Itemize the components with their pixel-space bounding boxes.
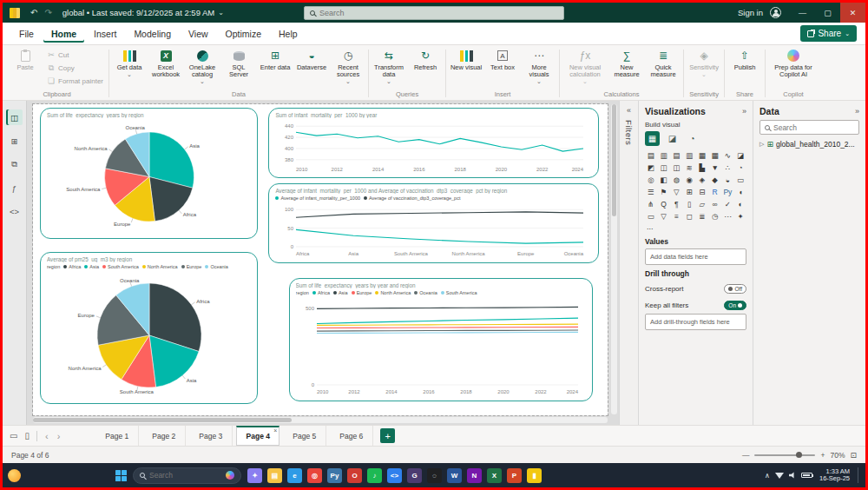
kpi-visual-icon[interactable]: ⚑ xyxy=(658,186,670,197)
metrics-visual-icon[interactable]: ✓ xyxy=(722,198,734,209)
title-caret-icon[interactable]: ⌄ xyxy=(218,9,224,17)
custom-visual-visual-icon[interactable]: ✦ xyxy=(734,210,746,222)
recent-sources-button[interactable]: ◷ Recent sources ⌄ xyxy=(331,47,365,87)
start-button[interactable] xyxy=(115,470,127,481)
add-page-button[interactable]: + xyxy=(380,428,395,443)
python-visual-visual-icon[interactable]: Py xyxy=(722,186,734,197)
report-canvas[interactable]: Sum of life_expectancy_years by region A… xyxy=(27,101,619,425)
chatgpt-icon[interactable]: ◌ xyxy=(427,468,442,483)
battery-icon[interactable] xyxy=(801,473,812,479)
menu-optimize[interactable]: Optimize xyxy=(218,25,269,43)
shape-map-visual-icon[interactable]: ◈ xyxy=(696,174,708,185)
copy-button[interactable]: ⧉Copy xyxy=(44,62,106,74)
power-apps-visual-icon[interactable]: ▱ xyxy=(696,198,708,209)
spotify-icon[interactable]: ♪ xyxy=(367,468,382,483)
copilot-icon[interactable]: ✦ xyxy=(247,468,262,483)
r-script-visual-visual-icon[interactable]: R xyxy=(709,186,721,197)
line-chart-life-expectancy-by-year-region[interactable]: Sum of life_expectancy_years by year and… xyxy=(289,278,594,401)
zoom-slider[interactable] xyxy=(754,454,815,456)
q-and-a-visual-icon[interactable]: Q xyxy=(658,198,670,209)
clustered-bar-chart-visual-icon[interactable]: ▤ xyxy=(671,149,683,161)
page-tab-5[interactable]: Page 5 xyxy=(283,426,326,446)
taskbar-search[interactable] xyxy=(133,467,241,484)
close-page-icon[interactable]: × xyxy=(273,427,277,434)
text-slicer-visual-icon[interactable]: ≡ xyxy=(671,210,683,222)
filters-pane-collapsed[interactable]: « Filters xyxy=(619,101,638,425)
analytics-tab[interactable]: ◔ xyxy=(685,131,700,146)
area-chart-visual-icon[interactable]: ◪ xyxy=(734,149,746,161)
refresh-button[interactable]: ↻ Refresh xyxy=(408,47,443,87)
minimize-button[interactable]: — xyxy=(790,3,815,23)
page-tab-6[interactable]: Page 6 xyxy=(330,426,373,446)
excel-workbook-button[interactable]: X Excel workbook xyxy=(148,47,183,87)
weather-widget-icon[interactable] xyxy=(8,469,21,482)
format-painter-button[interactable]: ❏Format painter xyxy=(44,75,106,87)
excel-icon[interactable]: X xyxy=(487,468,502,483)
cut-button[interactable]: ✂Cut xyxy=(44,49,106,61)
maximize-button[interactable]: ▢ xyxy=(815,3,840,23)
donut-chart-visual-icon[interactable]: ◎ xyxy=(645,174,657,185)
line-and-stacked-column-chart-visual-icon[interactable]: ◫ xyxy=(658,162,670,173)
publish-button[interactable]: ⇧ Publish xyxy=(727,47,762,87)
pie-chart-life-expectancy-by-region[interactable]: Sum of life_expectancy_years by region A… xyxy=(40,108,259,238)
vs-code-icon[interactable]: <> xyxy=(387,468,402,483)
page-tab-2[interactable]: Page 2 xyxy=(142,426,186,446)
redo-icon[interactable]: ↷ xyxy=(44,8,51,17)
onenote-icon[interactable]: N xyxy=(467,468,482,483)
text-box-button[interactable]: A Text box xyxy=(485,47,520,87)
funnel-chart-visual-icon[interactable]: ▼ xyxy=(709,162,721,173)
titlebar-search[interactable] xyxy=(304,6,564,20)
line-chart-mortality-vs-vaccination-by-region[interactable]: Average of infant_mortality_per_1000 and… xyxy=(268,183,599,262)
previous-page-arrow[interactable]: ‹ xyxy=(43,431,51,441)
date-slicer-visual-icon[interactable]: ◷ xyxy=(709,210,721,222)
zoom-slider-thumb[interactable] xyxy=(796,452,802,458)
chrome-icon[interactable]: ◎ xyxy=(307,468,322,483)
get-data-button[interactable]: Get data ⌄ xyxy=(112,47,147,87)
account-avatar[interactable] xyxy=(770,7,781,18)
key-influencers-visual-icon[interactable]: ◖ xyxy=(734,186,746,197)
enter-data-button[interactable]: ⊞ Enter data xyxy=(258,47,293,87)
power-automate-visual-icon[interactable]: ∞ xyxy=(709,198,721,209)
expand-table-icon[interactable]: ▷ xyxy=(760,141,764,148)
canvas-horizontal-scrollbar[interactable] xyxy=(33,417,608,423)
drill-through-field-well[interactable]: Add drill-through fields here xyxy=(645,314,746,330)
quick-measure-button[interactable]: ≣ Quick measure xyxy=(646,47,681,87)
next-page-arrow[interactable]: › xyxy=(55,431,63,441)
map-visual-icon[interactable]: ◍ xyxy=(671,174,683,185)
scatter-chart-visual-icon[interactable]: ∴ xyxy=(722,162,734,173)
expand-filters-icon[interactable]: « xyxy=(627,106,631,115)
show-desktop-button[interactable] xyxy=(858,467,860,483)
prep-data-for-copilot-button[interactable]: Prep data for Copilot AI xyxy=(768,47,819,87)
taskbar-search-input[interactable] xyxy=(149,471,221,480)
zoom-in-button[interactable]: + xyxy=(820,451,825,460)
values-field-well[interactable]: Add data fields here xyxy=(645,248,746,265)
gauge-visual-icon[interactable]: ◒ xyxy=(722,174,734,185)
table-visual-icon[interactable]: ⊞ xyxy=(683,186,695,197)
button-slicer-visual-icon[interactable]: ◻ xyxy=(683,210,695,222)
page-tab-4-active[interactable]: Page 4 × xyxy=(236,426,279,446)
matrix-visual-icon[interactable]: ⊟ xyxy=(696,186,708,197)
menu-help[interactable]: Help xyxy=(271,25,306,43)
opera-icon[interactable]: O xyxy=(347,468,362,483)
decomposition-tree-visual-icon[interactable]: ⋔ xyxy=(645,198,657,209)
new-visual-button[interactable]: New visual xyxy=(449,47,483,87)
share-button[interactable]: Share ⌄ xyxy=(800,25,857,42)
canvas-vertical-scrollbar[interactable] xyxy=(611,104,617,414)
wifi-icon[interactable] xyxy=(775,473,784,479)
model-view-button[interactable]: ⧉ xyxy=(6,156,23,172)
build-visual-tab[interactable]: ▦ xyxy=(645,131,660,146)
new-measure-button[interactable]: ∑ New measure xyxy=(609,47,644,87)
new-card-visual-icon[interactable]: ▭ xyxy=(645,210,657,222)
stacked-bar-chart-visual-icon[interactable]: ▤ xyxy=(645,149,657,161)
pie-chart-visual-icon[interactable]: ◔ xyxy=(734,162,746,173)
menu-view[interactable]: View xyxy=(181,25,216,43)
page-tab-1[interactable]: Page 1 xyxy=(95,426,139,446)
powerpoint-icon[interactable]: P xyxy=(507,468,522,483)
sql-server-button[interactable]: SQL Server xyxy=(221,47,256,87)
fit-to-page-icon[interactable]: ⊡ xyxy=(850,451,857,460)
data-table-item[interactable]: ▷ ⊞ global_health_2010_2... xyxy=(760,140,859,149)
line-chart-infant-mortality-by-year[interactable]: Sum of infant_mortality_per_1000 by year… xyxy=(268,108,599,178)
stacked-area-chart-visual-icon[interactable]: ◩ xyxy=(645,162,657,173)
paste-button[interactable]: Paste xyxy=(8,47,43,87)
100-stacked-column-chart-visual-icon[interactable]: ▦ xyxy=(709,149,721,161)
